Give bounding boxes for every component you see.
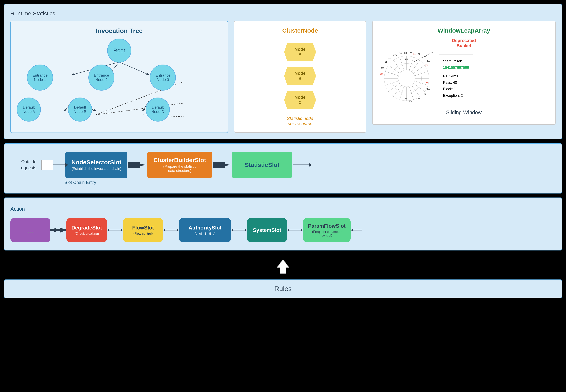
node-entrance2: Entrance Node 2 xyxy=(88,65,114,91)
bidir-arrow2-svg xyxy=(107,227,123,233)
window-leap-title: WindowLeapArray xyxy=(378,27,549,34)
entry-arrow-area xyxy=(41,160,65,170)
tree-container: Root Entrance Node 1 Entrance Node 2 Ent… xyxy=(17,39,222,126)
window-content: Deprecated Bucket xyxy=(378,38,549,115)
ellipsis-label: ... xyxy=(27,226,33,234)
svg-text:179: 179 xyxy=(405,58,408,61)
right-in-svg xyxy=(351,227,363,233)
node-selector-subtitle: (Establish the invocation chain) xyxy=(72,167,121,171)
degrade-title: DegradeSlot xyxy=(72,225,102,231)
node-defaultB: Default Node B xyxy=(68,98,92,122)
param-flow-title: ParamFlowSlot xyxy=(308,223,346,229)
node-defaultD: Default Node D xyxy=(146,98,170,122)
svg-line-2 xyxy=(119,62,149,75)
degrade-sub: (Circuit breaking) xyxy=(75,232,99,236)
main-container: Runtime Statistics Invocation Tree xyxy=(0,0,566,392)
node-selector-title: NodeSelectorSlot xyxy=(72,159,121,166)
svg-text:191: 191 xyxy=(427,60,430,62)
invocation-tree-title: Invocation Tree xyxy=(17,27,222,35)
action-title: Action xyxy=(10,206,556,212)
rules-title: Rules xyxy=(275,285,292,293)
svg-text:180: 180 xyxy=(404,52,407,54)
svg-marker-93 xyxy=(351,229,353,231)
svg-marker-90 xyxy=(287,229,290,231)
right-in-arrow xyxy=(351,227,363,233)
svg-text:171: 171 xyxy=(417,98,420,100)
system-title: SystemSlot xyxy=(253,227,281,233)
sliding-window-area: 180 179 180 179 177 176 191 181 xyxy=(378,50,549,106)
authority-slot: AuthoritySlot (origin limiting) xyxy=(179,218,231,242)
node-entrance3: Entrance Node 3 xyxy=(150,65,176,91)
svg-marker-84 xyxy=(163,229,165,231)
entry-white-rect xyxy=(41,160,53,170)
statistic-slot: StatisticSlot xyxy=(232,152,292,178)
param-flow-sub: (Frequent parameter control) xyxy=(312,230,342,237)
arrow1-svg xyxy=(128,161,146,169)
flow-sub: (Flow control) xyxy=(133,232,153,236)
cluster-builder-subtitle: (Prepare the statistic data structure) xyxy=(163,165,196,173)
hex-nodeB: Node B xyxy=(284,67,316,85)
bidir-arrow3 xyxy=(163,227,179,233)
ellipsis-slot: ... xyxy=(10,218,50,242)
bidir-arrow1-svg xyxy=(50,227,66,233)
slot-chain-entry-label: Slot Chain Entry xyxy=(64,180,556,185)
statistic-slot-title: StatisticSlot xyxy=(245,162,279,168)
svg-text:162: 162 xyxy=(413,53,416,55)
system-slot: SystemSlot xyxy=(247,218,287,242)
deprecated-label: Deprecated Bucket xyxy=(452,38,476,48)
svg-marker-94 xyxy=(277,259,289,273)
sliding-window-label: Sliding Window xyxy=(446,109,482,115)
svg-text:172: 172 xyxy=(423,93,426,96)
bidir-arrow3-svg xyxy=(163,227,179,233)
svg-marker-88 xyxy=(245,229,247,231)
rules-section: Rules xyxy=(4,280,562,298)
authority-title: AuthoritySlot xyxy=(189,225,222,231)
svg-text:185: 185 xyxy=(380,73,383,75)
svg-marker-82 xyxy=(121,229,123,231)
node-selector-slot: NodeSelectorSlot (Establish the invocati… xyxy=(65,152,127,178)
svg-text:173: 173 xyxy=(424,82,428,84)
arrow2 xyxy=(212,160,232,170)
degrade-slot: DegradeSlot (Circuit breaking) xyxy=(66,218,107,242)
slot-exit-line xyxy=(293,165,309,165)
invocation-tree-box: Invocation Tree xyxy=(10,21,228,133)
svg-text:177: 177 xyxy=(417,53,420,55)
flow-slot: FlowSlot (Flow control) xyxy=(123,218,163,242)
offset-value: 1541557607500 xyxy=(443,66,469,70)
action-section: Action ... DegradeSlot (Cir xyxy=(4,197,562,251)
cluster-subtitle: Statistic node per resource xyxy=(287,116,313,126)
window-info-box: Start Offset: 1541557607500 RT: 24ms Pas… xyxy=(439,55,473,102)
flow-title: FlowSlot xyxy=(132,225,154,231)
hex-nodeC: Node C xyxy=(284,91,316,109)
hex-nodeA: Node A xyxy=(284,43,316,61)
svg-marker-81 xyxy=(107,229,109,231)
bidir-arrow5 xyxy=(287,227,303,233)
cluster-builder-slot: ClusterBuilderSlot (Prepare the statisti… xyxy=(147,152,212,178)
outside-requests-area: Outside requests xyxy=(10,159,38,171)
svg-text:176: 176 xyxy=(423,56,426,58)
cluster-node-box: ClusterNode Node A Node B Node C Statist… xyxy=(234,21,366,133)
cluster-builder-title: ClusterBuilderSlot xyxy=(153,157,206,164)
svg-text:181: 181 xyxy=(399,52,403,54)
entry-line xyxy=(53,165,65,165)
svg-text:180: 180 xyxy=(405,97,408,99)
up-arrow xyxy=(275,258,291,274)
slot-exit-arrowhead xyxy=(309,163,312,167)
exception-label: Exception: 2 xyxy=(443,92,469,99)
svg-marker-73 xyxy=(128,162,146,168)
rt-label: RT: 24ms xyxy=(443,73,469,79)
slot-chain-inner: Outside requests NodeSelectorSlot (Estab… xyxy=(10,152,556,178)
svg-text:175: 175 xyxy=(425,64,428,67)
circular-window: 180 179 180 179 177 176 191 181 xyxy=(378,50,435,106)
bidir-arrow2 xyxy=(107,227,123,233)
runtime-title: Runtime Statistics xyxy=(10,10,556,17)
svg-marker-85 xyxy=(177,229,179,231)
svg-marker-91 xyxy=(301,229,303,231)
start-offset-row: Start Offset: 1541557607500 xyxy=(443,58,469,71)
slot-chain-section: Outside requests NodeSelectorSlot (Estab… xyxy=(4,143,562,194)
pass-label: Pass: 40 xyxy=(443,79,469,86)
window-leap-box: WindowLeapArray Deprecated Bucket xyxy=(372,21,556,125)
up-arrow-section xyxy=(4,254,562,279)
bidir-arrow1 xyxy=(50,227,66,233)
outside-requests-label: Outside requests xyxy=(10,159,36,171)
